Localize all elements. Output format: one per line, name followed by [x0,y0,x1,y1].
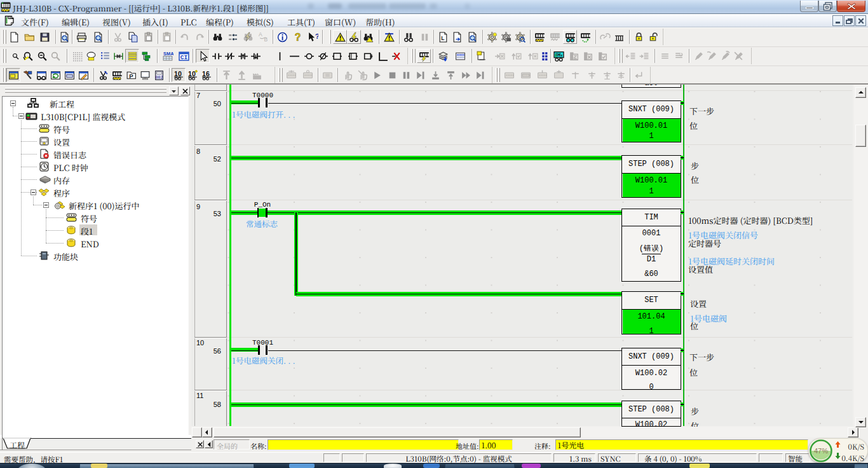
svg-text:L: L [441,35,444,41]
svg-text:?: ? [295,32,301,43]
svg-text:10: 10 [188,70,196,78]
svg-text:002: 002 [156,76,163,80]
svg-text:CI: CI [180,54,187,61]
svg-text:?: ? [315,32,318,40]
svg-text:B: B [264,36,268,43]
svg-text:A: A [259,32,262,38]
svg-text:16: 16 [202,70,210,78]
svg-text:P: P [129,72,133,79]
svg-text:10: 10 [174,70,182,78]
